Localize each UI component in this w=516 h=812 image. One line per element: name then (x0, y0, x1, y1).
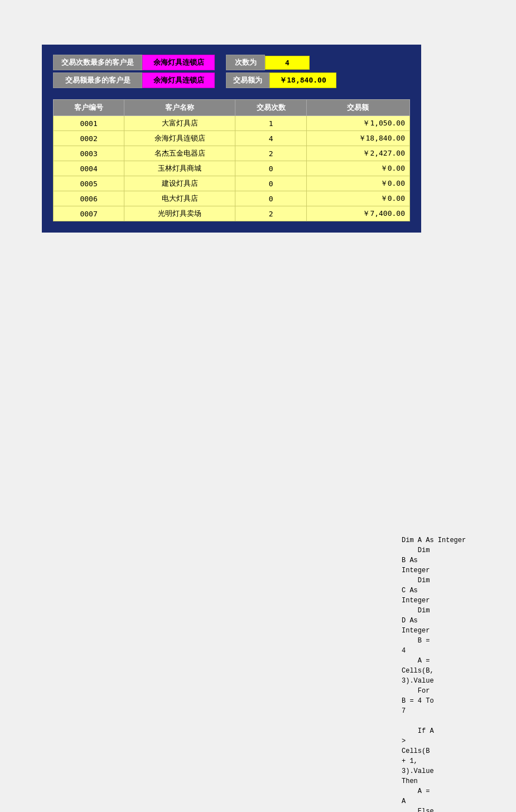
cell-name: 玉林灯具商城 (124, 161, 235, 176)
cell-count: 2 (235, 146, 306, 161)
cell-id: 0004 (54, 161, 124, 176)
cell-name: 光明灯具卖场 (124, 206, 235, 221)
amount-label: 交易额为 (226, 72, 269, 88)
cell-count: 0 (235, 176, 306, 191)
cell-id: 0005 (54, 176, 124, 191)
customer-table: 客户编号 客户名称 交易次数 交易额 0001大富灯具店1￥1,050.0000… (53, 99, 410, 221)
cell-amount: ￥0.00 (306, 176, 409, 191)
col-header-count: 交易次数 (235, 100, 306, 116)
cell-name: 名杰五金电器店 (124, 146, 235, 161)
count-value: 4 (265, 56, 310, 70)
cell-id: 0001 (54, 116, 124, 131)
summary-section: 交易次数最多的客户是 余海灯具连锁店 次数为 4 交易额最多的客户是 余海灯具连… (53, 55, 410, 88)
summary-value-2: 余海灯具连锁店 (142, 72, 215, 88)
table-row: 0005建设灯具店0￥0.00 (54, 176, 410, 191)
table-row: 0002余海灯具连锁店4￥18,840.00 (54, 131, 410, 146)
cell-amount: ￥7,400.00 (306, 206, 409, 221)
summary-row-1: 交易次数最多的客户是 余海灯具连锁店 次数为 4 (53, 55, 410, 70)
summary-label-2: 交易额最多的客户是 (53, 72, 142, 88)
cell-amount: ￥2,427.00 (306, 146, 409, 161)
cell-id: 0007 (54, 206, 124, 221)
cell-count: 0 (235, 191, 306, 206)
cell-amount: ￥1,050.00 (306, 116, 409, 131)
cell-name: 大富灯具店 (124, 116, 235, 131)
cell-id: 0003 (54, 146, 124, 161)
cell-count: 0 (235, 161, 306, 176)
cell-count: 4 (235, 131, 306, 146)
col-header-id: 客户编号 (54, 100, 124, 116)
table-header-row: 客户编号 客户名称 交易次数 交易额 (54, 100, 410, 116)
cell-count: 1 (235, 116, 306, 131)
cell-name: 余海灯具连锁店 (124, 131, 235, 146)
col-header-amount: 交易额 (306, 100, 409, 116)
table-row: 0004玉林灯具商城0￥0.00 (54, 161, 410, 176)
table-row: 0007光明灯具卖场2￥7,400.00 (54, 206, 410, 221)
table-row: 0001大富灯具店1￥1,050.00 (54, 116, 410, 131)
cell-name: 电大灯具店 (124, 191, 235, 206)
cell-id: 0002 (54, 131, 124, 146)
code-section: Dim A As Integer Dim B As Integer Dim C … (402, 535, 513, 812)
summary-value-1: 余海灯具连锁店 (142, 55, 215, 70)
col-header-name: 客户名称 (124, 100, 235, 116)
cell-count: 2 (235, 206, 306, 221)
cell-id: 0006 (54, 191, 124, 206)
table-row: 0006电大灯具店0￥0.00 (54, 191, 410, 206)
cell-amount: ￥0.00 (306, 161, 409, 176)
count-label: 次数为 (226, 55, 265, 70)
amount-value: ￥18,840.00 (269, 72, 336, 88)
cell-amount: ￥18,840.00 (306, 131, 409, 146)
cell-amount: ￥0.00 (306, 191, 409, 206)
summary-row-2: 交易额最多的客户是 余海灯具连锁店 交易额为 ￥18,840.00 (53, 72, 410, 88)
summary-label-1: 交易次数最多的客户是 (53, 55, 142, 70)
table-row: 0003名杰五金电器店2￥2,427.00 (54, 146, 410, 161)
cell-name: 建设灯具店 (124, 176, 235, 191)
data-container: 交易次数最多的客户是 余海灯具连锁店 次数为 4 交易额最多的客户是 余海灯具连… (42, 45, 421, 233)
